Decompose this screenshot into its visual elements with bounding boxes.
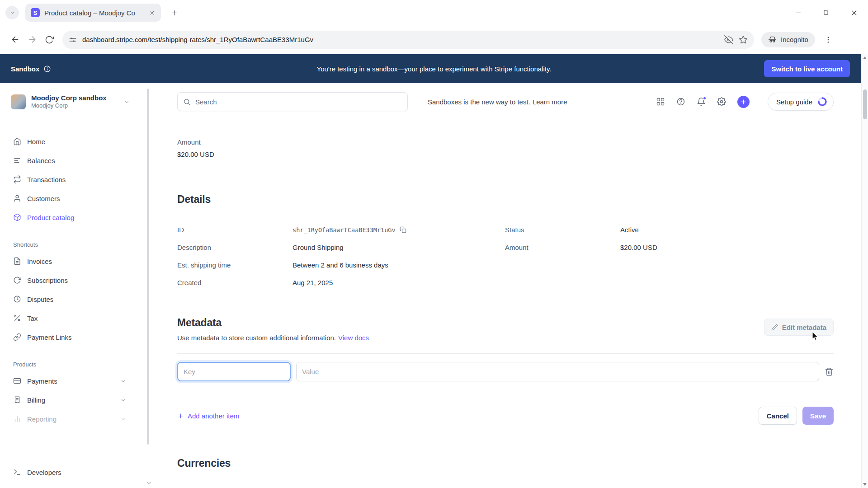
bookmark-star-icon[interactable] (739, 35, 748, 44)
metadata-key-input[interactable] (177, 362, 291, 381)
browser-toolbar: dashboard.stripe.com/test/shipping-rates… (0, 25, 868, 54)
setup-guide-button[interactable]: Setup guide (768, 93, 834, 111)
detail-label: Status (505, 226, 620, 234)
tab-title: Product catalog – Moodjoy Co (44, 9, 143, 17)
help-icon[interactable] (676, 97, 685, 106)
minimize-button[interactable] (784, 0, 812, 25)
tab-close-button[interactable] (147, 8, 156, 17)
sidebar-item-home[interactable]: Home (0, 132, 158, 151)
product-catalog-icon (13, 213, 21, 221)
save-button[interactable]: Save (802, 407, 834, 425)
chevron-down-icon (9, 9, 15, 16)
sandbox-notice: Sandboxes is the new way to test.Learn m… (428, 98, 567, 106)
details-section: Details ID shr_1RyOfaBawrtCaaBE33Mr1uGv … (177, 193, 834, 291)
status-value: Active (620, 226, 639, 234)
setup-progress-ring (817, 97, 827, 107)
browser-menu-button[interactable] (821, 32, 836, 47)
detail-value: Aug 21, 2025 (292, 279, 333, 286)
notifications-button[interactable] (697, 97, 706, 106)
amount-summary: Amount $20.00 USD (177, 138, 834, 158)
sidebar-item-billing[interactable]: Billing (0, 390, 158, 409)
scroll-up-arrow[interactable] (863, 56, 867, 59)
detail-label: ID (177, 226, 292, 234)
browser-tab[interactable]: S Product catalog – Moodjoy Co (25, 4, 161, 22)
details-right-column: Status Active Amount $20.00 USD (505, 221, 834, 291)
sidebar-item-transactions[interactable]: Transactions (0, 170, 158, 189)
incognito-badge[interactable]: Incognito (761, 32, 815, 47)
sidebar-scrollbar[interactable] (147, 89, 149, 445)
eye-off-icon[interactable] (724, 35, 733, 44)
detail-value: $20.00 USD (620, 244, 657, 251)
trash-icon[interactable] (825, 367, 834, 376)
payment-links-icon (13, 333, 21, 341)
notice-text: Sandboxes is the new way to test. (428, 98, 530, 106)
add-another-item-label: Add another item (188, 412, 239, 420)
tab-search-button[interactable] (5, 6, 19, 19)
stripe-app: Moodjoy Corp sandbox Moodjoy Corp Home B… (0, 83, 868, 488)
detail-row-est-shipping-time: Est. shipping time Between 2 and 6 busin… (177, 256, 505, 274)
sidebar-item-label: Disputes (27, 296, 53, 303)
page-scrollbar[interactable] (861, 54, 868, 488)
sidebar-item-label: Tax (27, 314, 38, 322)
search-input[interactable] (195, 98, 402, 106)
sidebar-bottom: Developers (0, 460, 158, 488)
sandbox-banner: Sandbox You're testing in a sandbox—your… (0, 54, 868, 83)
sidebar-item-invoices[interactable]: Invoices (0, 252, 158, 271)
cancel-button[interactable]: Cancel (759, 407, 797, 425)
detail-row-status: Status Active (505, 221, 834, 239)
create-button[interactable] (737, 96, 750, 108)
detail-value: Ground Shipping (292, 244, 344, 251)
apps-grid-icon[interactable] (656, 97, 665, 106)
sidebar-item-subscriptions[interactable]: Subscriptions (0, 271, 158, 290)
sidebar-item-balances[interactable]: Balances (0, 151, 158, 170)
forward-button[interactable] (24, 31, 41, 48)
gear-icon[interactable] (717, 97, 726, 106)
sidebar-item-label: Transactions (27, 176, 66, 183)
reporting-icon (13, 415, 21, 423)
view-docs-link[interactable]: View docs (338, 334, 369, 342)
new-tab-button[interactable] (167, 6, 181, 19)
edit-metadata-button[interactable]: Edit metadata (764, 319, 834, 336)
sidebar-item-disputes[interactable]: Disputes (0, 290, 158, 309)
sidebar-item-developers[interactable]: Developers (0, 463, 158, 482)
add-another-item-link[interactable]: Add another item (177, 412, 239, 420)
plus-icon (177, 413, 184, 419)
learn-more-link[interactable]: Learn more (533, 98, 567, 106)
switch-to-live-button[interactable]: Switch to live account (764, 60, 850, 77)
metadata-value-input[interactable] (296, 362, 819, 381)
sidebar-item-customers[interactable]: Customers (0, 189, 158, 208)
copy-icon[interactable] (400, 226, 406, 233)
site-info-icon[interactable] (69, 36, 77, 44)
page-viewport: Sandbox You're testing in a sandbox—your… (0, 54, 868, 488)
scrollbar-thumb[interactable] (863, 89, 867, 119)
back-button[interactable] (6, 31, 24, 48)
detail-label: Est. shipping time (177, 261, 292, 269)
reload-button[interactable] (41, 31, 58, 48)
sidebar-nav: Home Balances Transactions Customers Pro… (0, 132, 158, 460)
sidebar-item-tax[interactable]: Tax (0, 309, 158, 328)
sidebar-scroll-down-icon[interactable] (146, 480, 152, 486)
account-switcher[interactable]: Moodjoy Corp sandbox Moodjoy Corp (0, 92, 158, 111)
sidebar-item-payments[interactable]: Payments (0, 371, 158, 390)
address-bar[interactable]: dashboard.stripe.com/test/shipping-rates… (62, 31, 754, 49)
plus-icon (170, 9, 178, 17)
sidebar-item-label: Subscriptions (27, 277, 68, 284)
sidebar-item-reporting[interactable]: Reporting (0, 409, 158, 428)
payments-icon (13, 377, 21, 385)
sidebar-item-payment-links[interactable]: Payment Links (0, 328, 158, 347)
maximize-button[interactable] (812, 0, 840, 25)
balances-icon (13, 156, 21, 164)
sidebar-item-product-catalog[interactable]: Product catalog (0, 208, 158, 227)
app-topbar: Sandboxes is the new way to test.Learn m… (177, 92, 834, 111)
metadata-description-text: Use metadata to store custom additional … (177, 334, 336, 342)
close-button[interactable] (840, 0, 868, 25)
info-icon[interactable] (43, 65, 51, 73)
scroll-down-arrow[interactable] (863, 483, 867, 486)
detail-row-created: Created Aug 21, 2025 (177, 274, 505, 291)
sidebar-item-label: Developers (27, 469, 61, 476)
tab-strip: S Product catalog – Moodjoy Co (0, 0, 868, 25)
incognito-label: Incognito (781, 36, 808, 43)
transactions-icon (13, 175, 21, 183)
search-box[interactable] (177, 92, 408, 111)
edit-icon (771, 324, 778, 331)
